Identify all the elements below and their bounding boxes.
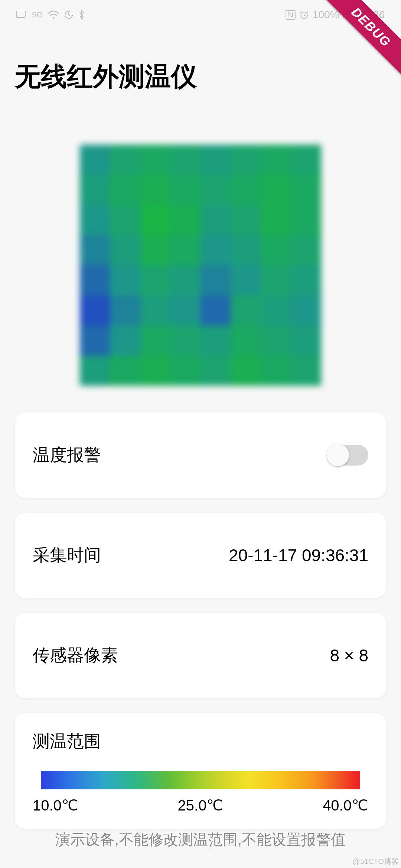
svg-point-1 <box>53 17 55 19</box>
moon-icon <box>64 10 73 19</box>
toggle-knob <box>327 444 349 466</box>
range-low: 10.0℃ <box>33 797 78 814</box>
card-alarm: 温度报警 <box>15 412 386 498</box>
sensor-pixels-label: 传感器像素 <box>33 644 118 667</box>
range-gradient <box>41 771 360 789</box>
card-range: 测温范围 10.0℃ 25.0℃ 40.0℃ <box>15 713 386 829</box>
capture-time-value: 20-11-17 09:36:31 <box>229 545 368 565</box>
status-right: N 100% 9:36 <box>286 9 385 21</box>
wifi-icon <box>48 10 59 19</box>
range-scale: 10.0℃ 25.0℃ 40.0℃ <box>33 797 368 814</box>
battery-percent: 100% <box>313 9 339 21</box>
nfc-icon: N <box>286 10 295 20</box>
page-title: 无线红外测温仪 <box>15 59 197 94</box>
thermal-heatmap <box>0 145 401 386</box>
svg-rect-5 <box>345 13 357 17</box>
svg-rect-4 <box>359 13 361 16</box>
card-capture-time: 采集时间 20-11-17 09:36:31 <box>15 513 386 598</box>
status-bar: 5G N 100% 9:36 <box>0 0 401 30</box>
sim-icon <box>16 11 27 19</box>
sensor-pixels-value: 8 × 8 <box>330 645 368 665</box>
alarm-label: 温度报警 <box>33 444 101 467</box>
card-sensor-pixels: 传感器像素 8 × 8 <box>15 613 386 698</box>
source-watermark: @51CTO博客 <box>353 857 399 867</box>
range-high: 40.0℃ <box>323 797 368 814</box>
capture-time-label: 采集时间 <box>33 544 101 567</box>
svg-rect-0 <box>16 11 25 17</box>
battery-icon <box>343 10 361 19</box>
bluetooth-icon <box>78 10 85 20</box>
alarm-icon <box>299 10 309 20</box>
range-label: 测温范围 <box>33 730 368 753</box>
network-label: 5G <box>32 10 43 20</box>
demo-notice: 演示设备,不能修改测温范围,不能设置报警值 <box>0 829 401 850</box>
status-left: 5G <box>16 10 85 20</box>
cards-container: 温度报警 采集时间 20-11-17 09:36:31 传感器像素 8 × 8 … <box>15 412 386 829</box>
range-mid: 25.0℃ <box>178 797 224 814</box>
status-time: 9:36 <box>365 9 385 21</box>
alarm-toggle[interactable] <box>327 445 368 466</box>
